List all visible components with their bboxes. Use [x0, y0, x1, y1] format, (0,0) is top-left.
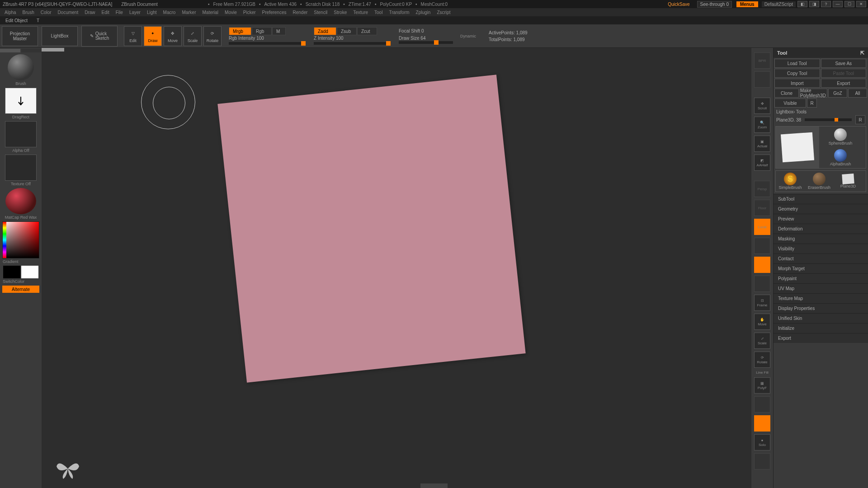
menu-marker[interactable]: Marker [182, 10, 196, 15]
nav-dim2[interactable] [754, 396, 770, 413]
mrgb-button[interactable]: Mrgb [229, 27, 251, 35]
eraserbrush-tool[interactable]: EraserBrush [805, 171, 834, 192]
undock-icon[interactable]: ⇱ [860, 50, 864, 56]
load-tool-button[interactable]: Load Tool [774, 59, 820, 68]
make-polymesh-button[interactable]: Make PolyMesh3D [800, 89, 827, 98]
menu-edit[interactable]: Edit [102, 10, 109, 15]
zsub-button[interactable]: Zsub [337, 27, 357, 35]
switchcolor-button[interactable]: SwitchColor [3, 279, 24, 284]
rotate-mode-button[interactable]: ⟳Rotate [203, 26, 222, 46]
spherebrush-tool[interactable]: SphereBrush [819, 127, 862, 147]
gradient-label[interactable]: Gradient [3, 259, 19, 264]
projection-master-button[interactable]: ProjectionMaster [2, 26, 38, 46]
polyf-button[interactable]: ▦PolyF [754, 377, 770, 394]
persp-button[interactable]: Persp [754, 181, 770, 197]
alternate-button[interactable]: Alternate [2, 286, 39, 293]
floor-button[interactable]: Floor [754, 200, 770, 216]
section-masking[interactable]: Masking [774, 234, 868, 244]
localsym-button[interactable] [754, 238, 770, 254]
lightbox-button[interactable]: LightBox [42, 26, 78, 46]
help-icon[interactable]: ? [821, 1, 831, 7]
import-button[interactable]: Import [774, 79, 820, 88]
plane3d-tool[interactable]: Plane3D [834, 171, 863, 192]
swatch-black[interactable] [3, 266, 20, 278]
bpr-button[interactable]: BPR [754, 52, 770, 69]
quick-sketch-button[interactable]: ✎ Quick Sketch [82, 26, 117, 46]
menu-zscript[interactable]: Zscript [437, 10, 450, 15]
visible-button[interactable]: Visible [774, 99, 806, 108]
menu-brush[interactable]: Brush [23, 10, 34, 15]
canvas-viewport[interactable] [42, 48, 751, 488]
nav-dim3[interactable] [754, 453, 770, 469]
section-unifiedskin[interactable]: Unified Skin [774, 313, 868, 323]
zoom-button[interactable]: 🔍Zoom [754, 117, 770, 133]
material-thumb[interactable] [5, 188, 36, 214]
draw-mode-button[interactable]: ✦Draw [144, 26, 162, 46]
all-button[interactable]: All [848, 89, 867, 98]
nav-rotate-button[interactable]: ⟳Rotate [754, 352, 770, 368]
menu-picker[interactable]: Picker [243, 10, 256, 15]
r-button[interactable]: R [807, 99, 817, 108]
menu-document[interactable]: Document [58, 10, 79, 15]
section-texturemap[interactable]: Texture Map [774, 293, 868, 303]
window-btn-2[interactable]: ◨ [809, 1, 819, 7]
copy-tool-button[interactable]: Copy Tool [774, 69, 820, 78]
section-preview[interactable]: Preview [774, 214, 868, 224]
scroll-button[interactable]: ✥Scroll [754, 98, 770, 114]
current-tool-thumb[interactable] [776, 127, 819, 168]
canvas-tab[interactable] [42, 48, 64, 52]
menu-macro[interactable]: Macro [163, 10, 176, 15]
goz-button[interactable]: GoZ [828, 89, 847, 98]
texture-thumb[interactable] [5, 155, 37, 181]
m-button[interactable]: M [272, 27, 286, 35]
plane3d-mesh[interactable] [217, 75, 525, 382]
menu-draw[interactable]: Draw [85, 10, 95, 15]
menu-preferences[interactable]: Preferences [262, 10, 287, 15]
alphabrush-tool[interactable]: AlphaBrush [819, 147, 862, 168]
menu-color[interactable]: Color [41, 10, 52, 15]
menu-file[interactable]: File [116, 10, 123, 15]
section-subtool[interactable]: SubTool [774, 194, 868, 204]
menu-stroke[interactable]: Stroke [334, 10, 347, 15]
save-as-button[interactable]: Save As [821, 59, 867, 68]
section-contact[interactable]: Contact [774, 253, 868, 263]
menu-transform[interactable]: Transform [389, 10, 409, 15]
menu-render[interactable]: Render [293, 10, 308, 15]
paste-tool-button[interactable]: Paste Tool [821, 69, 867, 78]
menu-zplugin[interactable]: Zplugin [416, 10, 431, 15]
section-visibility[interactable]: Visibility [774, 244, 868, 253]
nav-dim1[interactable] [754, 276, 770, 292]
rgb-intensity-slider[interactable] [229, 42, 306, 45]
tool-slider[interactable] [805, 118, 852, 121]
menu-movie[interactable]: Movie [225, 10, 237, 15]
brush-preview[interactable] [8, 54, 34, 80]
nav-blank1[interactable] [754, 71, 770, 88]
local-button[interactable]: Local [754, 219, 770, 235]
default-zscript[interactable]: DefaultZScript [762, 1, 796, 7]
section-polypaint[interactable]: Polypaint [774, 273, 868, 283]
rgb-button[interactable]: Rgb [252, 27, 272, 35]
section-geometry[interactable]: Geometry [774, 204, 868, 214]
minimize-icon[interactable]: — [833, 1, 843, 7]
menu-tool[interactable]: Tool [374, 10, 382, 15]
export-button[interactable]: Export [821, 79, 867, 88]
z-intensity-slider[interactable] [314, 42, 391, 45]
actual-button[interactable]: ▣Actual [754, 136, 770, 152]
menu-stencil[interactable]: Stencil [314, 10, 327, 15]
zadd-button[interactable]: Zadd [314, 27, 336, 35]
edit-mode-button[interactable]: ▽Edit [124, 26, 142, 46]
lightbox-tools-label[interactable]: Lightbox› Tools [774, 108, 868, 115]
simplebrush-tool[interactable]: SSimpleBrush [776, 171, 805, 192]
section-export[interactable]: Export [774, 333, 868, 343]
menu-layer[interactable]: Layer [129, 10, 141, 15]
solo-button[interactable]: ●Solo [754, 434, 770, 450]
see-through-slider[interactable]: See-through 0 [697, 1, 732, 8]
zcut-button[interactable]: Zcut [357, 27, 377, 35]
aahalf-button[interactable]: ◩AAHalf [754, 155, 770, 171]
menu-alpha[interactable]: Alpha [5, 10, 16, 15]
r2-button[interactable]: R [855, 115, 865, 124]
section-morphtarget[interactable]: Morph Target [774, 263, 868, 273]
scale-mode-button[interactable]: ⤢Scale [184, 26, 202, 46]
alpha-thumb[interactable] [5, 121, 37, 147]
menu-texture[interactable]: Texture [353, 10, 368, 15]
